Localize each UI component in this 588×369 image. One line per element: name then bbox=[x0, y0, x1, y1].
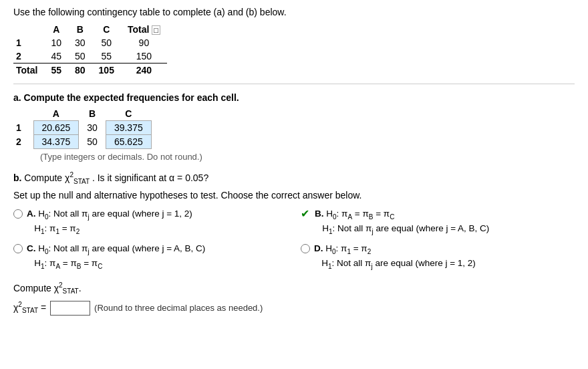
option-D-content: D. H0: π1 = π2 H1: Not all πj are equal … bbox=[314, 242, 476, 271]
option-B-h0: H0: πA = πB = πC bbox=[326, 209, 394, 219]
radio-A[interactable] bbox=[13, 209, 23, 219]
part-a-title: a. Compute the expected frequencies for … bbox=[13, 92, 575, 103]
answer-input-box[interactable] bbox=[50, 301, 90, 316]
divider bbox=[13, 84, 575, 84]
option-A-content: A. H0: Not all πj are equal (where j = 1… bbox=[27, 207, 192, 236]
option-C-label: C. bbox=[27, 243, 38, 253]
option-D-h0: H0: π1 = π2 bbox=[325, 243, 371, 253]
option-C-h1: H1: πA = πB = πC bbox=[27, 258, 102, 268]
option-B[interactable]: ✔ B. H0: πA = πB = πC H1: Not all πj are… bbox=[301, 207, 575, 236]
option-A-h0: H0: Not all πj are equal (where j = 1, 2… bbox=[38, 209, 192, 219]
radio-D[interactable] bbox=[301, 244, 310, 253]
table-row: 2 45 50 55 150 bbox=[13, 49, 167, 64]
answer-row: χ2STAT = (Round to three decimal places … bbox=[13, 301, 575, 316]
option-A-h1: H1: π1 = π2 bbox=[27, 223, 80, 233]
option-D-h1: H1: Not all πj are equal (where j = 1, 2… bbox=[314, 258, 476, 268]
option-A[interactable]: A. H0: Not all πj are equal (where j = 1… bbox=[13, 207, 287, 236]
table-row: 1 10 30 50 90 bbox=[13, 36, 167, 49]
option-D-label: D. bbox=[314, 243, 325, 253]
part-b-text: b. Compute χ2STAT . Is it significant at… bbox=[13, 171, 575, 184]
option-B-label: B. bbox=[315, 209, 326, 219]
option-D[interactable]: D. H0: π1 = π2 H1: Not all πj are equal … bbox=[301, 242, 575, 271]
compute-label: Compute χ2STAT. bbox=[13, 281, 575, 295]
part-b-section: b. Compute χ2STAT . Is it significant at… bbox=[13, 171, 575, 316]
check-icon: ✔ bbox=[301, 207, 309, 220]
answer-prefix: χ2STAT = bbox=[13, 301, 46, 314]
expected-row-1: 1 20.625 30 39.375 bbox=[13, 121, 151, 135]
options-container: A. H0: Not all πj are equal (where j = 1… bbox=[13, 207, 575, 271]
radio-C[interactable] bbox=[13, 244, 23, 253]
expected-row-2: 2 34.375 50 65.625 bbox=[13, 135, 151, 149]
hypotheses-label: Set up the null and alternative hypothes… bbox=[13, 190, 575, 201]
option-C-content: C. H0: Not all πj are equal (where j = A… bbox=[27, 242, 205, 271]
chi-stat-label: χ2STAT bbox=[65, 172, 92, 183]
round-note: (Round to three decimal places as needed… bbox=[94, 303, 263, 313]
option-A-label: A. bbox=[27, 209, 38, 219]
option-C[interactable]: C. H0: Not all πj are equal (where j = A… bbox=[13, 242, 287, 271]
option-B-content: B. H0: πA = πB = πC H1: Not all πj are e… bbox=[315, 207, 489, 236]
option-B-h1: H1: Not all πj are equal (where j = A, B… bbox=[315, 223, 489, 233]
intro-text: Use the following contingency table to c… bbox=[13, 7, 575, 17]
expected-frequencies-table: A B C 1 20.625 30 39.375 2 34.375 50 65.… bbox=[13, 107, 152, 149]
contingency-table: A B C Total □ 1 10 30 50 90 2 45 50 55 1… bbox=[13, 23, 167, 77]
option-C-h0: H0: Not all πj are equal (where j = A, B… bbox=[38, 243, 205, 253]
part-a-note: (Type integers or decimals. Do not round… bbox=[40, 152, 575, 162]
compute-section: Compute χ2STAT. χ2STAT = (Round to three… bbox=[13, 281, 575, 315]
table-total-row: Total 55 80 105 240 bbox=[13, 64, 167, 78]
